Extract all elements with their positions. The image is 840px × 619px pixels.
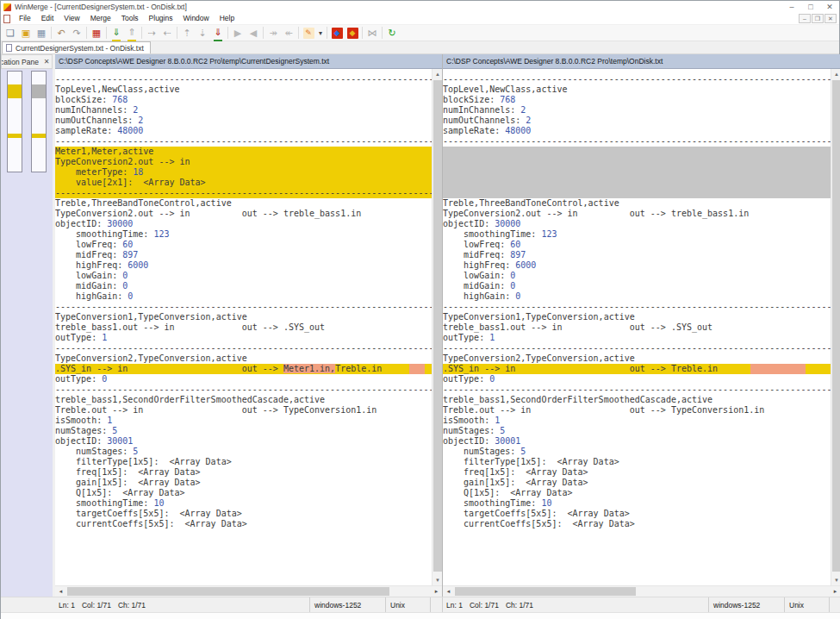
code-line[interactable]: outType: 0: [443, 374, 831, 385]
swap-panes-button[interactable]: ◆: [345, 26, 360, 41]
code-line[interactable]: ----------------------------------------…: [55, 343, 432, 353]
copy-left-difference-button[interactable]: ⇠: [159, 26, 175, 41]
code-line[interactable]: midFreq: 897: [443, 250, 831, 260]
copy-right-difference-button[interactable]: ⇢: [144, 26, 159, 41]
mdi-close-button[interactable]: ✕: [824, 14, 837, 23]
undo-button[interactable]: ↶: [53, 26, 69, 41]
code-line[interactable]: highFreq: 6000: [55, 260, 432, 271]
code-line[interactable]: currentCoeffs[5x5]: <Array Data>: [55, 519, 432, 529]
scrollbar-thumb[interactable]: [67, 587, 389, 596]
code-line[interactable]: Treble,ThreeBandToneControl,active: [55, 198, 432, 209]
code-line[interactable]: meterType: 18: [55, 167, 432, 178]
new-button[interactable]: ❏: [3, 26, 18, 41]
code-line[interactable]: TypeConversion2,TypeConversion,active: [55, 353, 432, 364]
code-line[interactable]: ----------------------------------------…: [443, 74, 831, 84]
scroll-down-icon[interactable]: ▼: [831, 575, 840, 585]
code-line[interactable]: treble_bass1,SecondOrderFilterSmoothedCa…: [443, 395, 831, 405]
code-line[interactable]: freq[1x5]: <Array Data>: [443, 467, 831, 478]
code-line[interactable]: objectID: 30001: [443, 436, 831, 447]
code-line[interactable]: ----------------------------------------…: [55, 385, 432, 395]
code-line[interactable]: numStages: 5: [55, 426, 432, 436]
menu-item-window[interactable]: Window: [177, 13, 214, 24]
menu-item-tools[interactable]: Tools: [116, 13, 144, 24]
code-line[interactable]: ----------------------------------------…: [55, 74, 432, 84]
code-line[interactable]: Q[1x5]: <Array Data>: [55, 488, 432, 498]
code-line[interactable]: Treble.out --> in out --> TypeConversion…: [55, 405, 432, 416]
scroll-down-icon[interactable]: ▼: [432, 575, 442, 585]
previous-difference-button[interactable]: ⇑: [124, 26, 140, 41]
code-line[interactable]: midFreq: 897: [55, 250, 432, 260]
difference-mark[interactable]: [32, 84, 46, 99]
code-line[interactable]: currentCoeffs[5x5]: <Array Data>: [443, 519, 831, 529]
code-line[interactable]: sampleRate: 48000: [55, 126, 432, 136]
code-line[interactable]: numOutChannels: 2: [55, 116, 432, 126]
copy-to-left-button[interactable]: ◀: [246, 26, 261, 41]
right-horizontal-scrollbar[interactable]: ◂ ▸: [443, 585, 840, 597]
code-line[interactable]: ----------------------------------------…: [443, 302, 831, 312]
code-line[interactable]: objectID: 30000: [55, 219, 432, 229]
close-button[interactable]: ✕: [820, 2, 839, 13]
code-line[interactable]: filterType[1x5]: <Array Data>: [55, 457, 432, 467]
code-line[interactable]: freq[1x5]: <Array Data>: [55, 467, 432, 478]
code-line[interactable]: Meter1,Meter,active: [55, 147, 432, 157]
options-button[interactable]: ▦: [89, 26, 104, 41]
mdi-restore-button[interactable]: ❐: [812, 14, 824, 23]
code-line[interactable]: ----------------------------------------…: [443, 136, 831, 147]
code-line[interactable]: objectID: 30001: [55, 436, 432, 447]
minimize-button[interactable]: –: [782, 2, 801, 13]
code-line[interactable]: ----------------------------------------…: [443, 385, 831, 395]
maximize-button[interactable]: □: [801, 2, 820, 13]
code-line[interactable]: gain[1x5]: <Array Data>: [55, 478, 432, 488]
code-line[interactable]: ----------------------------------------…: [55, 302, 432, 312]
code-line[interactable]: smoothingTime: 123: [55, 229, 432, 240]
code-line[interactable]: [443, 188, 831, 198]
scrollbar-thumb[interactable]: [455, 587, 636, 596]
menu-item-file[interactable]: File: [14, 13, 36, 24]
menu-item-view[interactable]: View: [59, 13, 84, 24]
copy-to-right-button[interactable]: ▶: [230, 26, 246, 41]
difference-mark[interactable]: [8, 84, 22, 99]
right-vertical-scrollbar[interactable]: ▲ ▼: [831, 69, 840, 585]
scrollbar-thumb[interactable]: [433, 80, 442, 572]
code-line[interactable]: numStages: 5: [55, 447, 432, 457]
save-button[interactable]: ▦: [34, 26, 49, 41]
code-line[interactable]: sampleRate: 48000: [443, 126, 831, 136]
code-line[interactable]: TypeConversion2.out --> in: [55, 157, 432, 167]
code-line[interactable]: isSmooth: 1: [443, 416, 831, 426]
code-line[interactable]: treble_bass1.out --> in out --> .SYS_out: [443, 322, 831, 333]
scroll-up-icon[interactable]: ▲: [432, 69, 442, 79]
code-line[interactable]: .SYS_in --> in out --> Meter1.in,Treble.…: [55, 364, 432, 374]
code-line[interactable]: numStages: 5: [443, 426, 831, 436]
code-line[interactable]: targetCoeffs[5x5]: <Array Data>: [443, 509, 831, 519]
code-line[interactable]: smoothingTime: 10: [443, 498, 831, 509]
code-line[interactable]: treble_bass1.out --> in out --> .SYS_out: [55, 322, 432, 333]
menu-item-plugins[interactable]: Plugins: [144, 13, 178, 24]
code-line[interactable]: treble_bass1,SecondOrderFilterSmoothedCa…: [55, 395, 432, 405]
mdi-minimize-button[interactable]: –: [799, 14, 811, 23]
code-line[interactable]: TypeConversion2.out --> in out --> trebl…: [443, 209, 831, 219]
code-line[interactable]: midGain: 0: [443, 281, 831, 291]
code-line[interactable]: gain[1x5]: <Array Data>: [443, 478, 831, 488]
code-line[interactable]: Q[1x5]: <Array Data>: [443, 488, 831, 498]
code-line[interactable]: highFreq: 6000: [443, 260, 831, 271]
code-line[interactable]: TopLevel,NewClass,active: [55, 84, 432, 95]
code-line[interactable]: TopLevel,NewClass,active: [443, 84, 831, 95]
location-bar-1[interactable]: [7, 71, 22, 172]
code-line[interactable]: TypeConversion2.out --> in out --> trebl…: [55, 209, 432, 219]
left-horizontal-scrollbar[interactable]: ◂ ▸: [55, 585, 442, 597]
menu-item-merge[interactable]: Merge: [85, 13, 116, 24]
location-pane-close-icon[interactable]: ✕: [41, 58, 52, 66]
code-line[interactable]: ----------------------------------------…: [55, 188, 432, 198]
refresh-button[interactable]: ↻: [384, 26, 400, 41]
code-line[interactable]: TypeConversion1,TypeConversion,active: [443, 312, 831, 322]
code-line[interactable]: targetCoeffs[5x5]: <Array Data>: [55, 509, 432, 519]
code-line[interactable]: [443, 178, 831, 188]
code-line[interactable]: numStages: 5: [443, 447, 831, 457]
match-lines-button[interactable]: ⋈: [364, 26, 380, 41]
compare-button[interactable]: ◆: [329, 26, 345, 41]
code-line[interactable]: blockSize: 768: [55, 95, 432, 105]
code-line[interactable]: Treble.out --> in out --> TypeConversion…: [443, 405, 831, 416]
code-line[interactable]: numOutChannels: 2: [443, 116, 831, 126]
copy-left-advance-button[interactable]: ↞: [281, 26, 296, 41]
code-line[interactable]: Treble,ThreeBandToneControl,active: [443, 198, 831, 209]
